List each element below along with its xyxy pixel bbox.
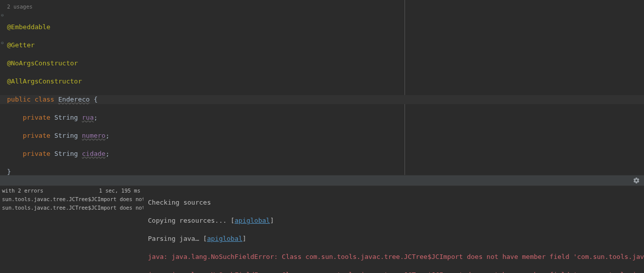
code-line: @Embeddable (7, 23, 405, 32)
type-string: String (54, 114, 78, 121)
field-rua: rua (82, 114, 94, 121)
module-link[interactable]: apiglobal (234, 217, 270, 224)
console-line: Parsing java… [apiglobal] (148, 234, 640, 243)
keyword-private: private (23, 114, 50, 121)
code-line: private String cidade; (7, 149, 405, 158)
console-error-line: java: java.lang.NoSuchFieldError: Class … (148, 252, 640, 261)
code-line: private String rua; (7, 113, 405, 122)
code-block[interactable]: @Embeddable @Getter @NoArgsConstructor @… (0, 10, 405, 195)
annotation-allargs: @AllArgsConstructor (7, 77, 82, 85)
editor-secondary-pane[interactable] (405, 0, 644, 175)
error-list-item[interactable]: sun.tools.javac.tree.JCTree$JCImport doe… (0, 204, 143, 212)
code-line: } (7, 167, 405, 176)
console-line: Copying resources... [apiglobal] (148, 216, 640, 225)
build-status-panel[interactable]: with 2 errors 1 sec, 195 ms sun.tools.ja… (0, 186, 144, 273)
usages-hint[interactable]: 2 usages (0, 0, 405, 10)
keyword-public: public (7, 96, 31, 103)
open-brace: { (94, 96, 98, 103)
build-tool-window: with 2 errors 1 sec, 195 ms sun.tools.ja… (0, 186, 644, 273)
code-line-active: public class Endereco { (0, 95, 644, 104)
error-list-item[interactable]: sun.tools.javac.tree.JCTree$JCImport doe… (0, 195, 143, 204)
annotation-getter: @Getter (7, 41, 35, 49)
gutter-fold-icon[interactable]: ⊖ (1, 40, 4, 45)
build-console[interactable]: Checking sources Copying resources... [a… (144, 186, 644, 273)
field-cidade: cidade (82, 150, 106, 157)
type-string: String (54, 132, 78, 139)
ide-window: ⊖ ⊖ 2 usages @Embeddable @Getter @NoArgs… (0, 0, 644, 273)
annotation-embeddable: @Embeddable (7, 23, 50, 31)
keyword-class: class (35, 96, 54, 103)
console-error-line: java: java.lang.NoSuchFieldError: Class … (148, 270, 640, 273)
gear-icon[interactable] (633, 177, 640, 184)
field-numero: numero (82, 132, 106, 139)
code-line: @Getter (7, 41, 405, 50)
code-line: private String numero; (7, 131, 405, 140)
gutter-fold-icon[interactable]: ⊖ (1, 13, 4, 18)
code-line: @AllArgsConstructor (7, 77, 405, 86)
type-string: String (54, 150, 78, 157)
console-line: Checking sources (148, 198, 640, 207)
module-link[interactable]: apiglobal (207, 235, 242, 242)
annotation-noargs: @NoArgsConstructor (7, 59, 78, 67)
keyword-private: private (23, 132, 50, 139)
class-name: Endereco (58, 96, 90, 103)
editor-area: ⊖ ⊖ 2 usages @Embeddable @Getter @NoArgs… (0, 0, 644, 175)
keyword-private: private (23, 150, 50, 157)
code-line: @NoArgsConstructor (7, 59, 405, 68)
close-brace: } (7, 168, 11, 175)
editor-pane[interactable]: ⊖ ⊖ 2 usages @Embeddable @Getter @NoArgs… (0, 0, 405, 175)
